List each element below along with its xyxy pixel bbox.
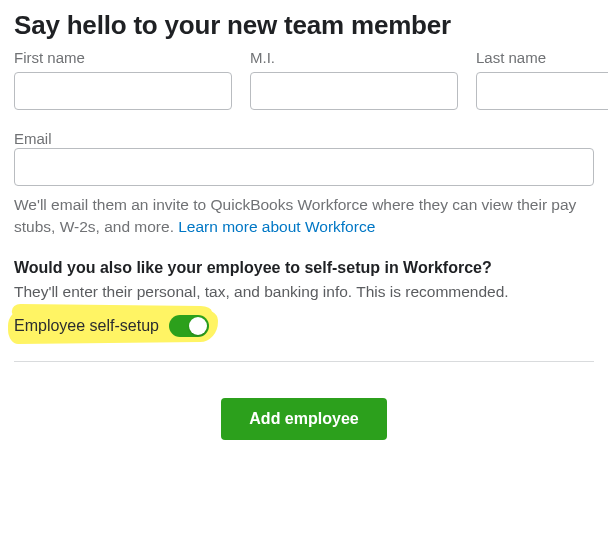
mi-label: M.I. <box>250 49 458 66</box>
last-name-field: Last name <box>476 49 608 110</box>
last-name-label: Last name <box>476 49 608 66</box>
mi-field: M.I. <box>250 49 458 110</box>
self-setup-toggle-row: Employee self-setup <box>14 315 594 337</box>
actions: Add employee <box>14 398 594 440</box>
first-name-label: First name <box>14 49 232 66</box>
self-setup-question: Would you also like your employee to sel… <box>14 259 594 277</box>
last-name-input[interactable] <box>476 72 608 110</box>
toggle-knob <box>189 317 207 335</box>
self-setup-toggle[interactable] <box>169 315 209 337</box>
first-name-input[interactable] <box>14 72 232 110</box>
page-title: Say hello to your new team member <box>14 10 594 41</box>
email-label: Email <box>14 130 52 147</box>
self-setup-desc: They'll enter their personal, tax, and b… <box>14 283 594 301</box>
divider <box>14 361 594 362</box>
first-name-field: First name <box>14 49 232 110</box>
email-helper-text: We'll email them an invite to QuickBooks… <box>14 194 594 239</box>
name-row: First name M.I. Last name <box>14 49 594 110</box>
self-setup-toggle-label: Employee self-setup <box>14 317 159 335</box>
mi-input[interactable] <box>250 72 458 110</box>
add-employee-button[interactable]: Add employee <box>221 398 386 440</box>
email-field: Email <box>14 130 594 186</box>
learn-more-workforce-link[interactable]: Learn more about Workforce <box>178 218 375 235</box>
email-input[interactable] <box>14 148 594 186</box>
